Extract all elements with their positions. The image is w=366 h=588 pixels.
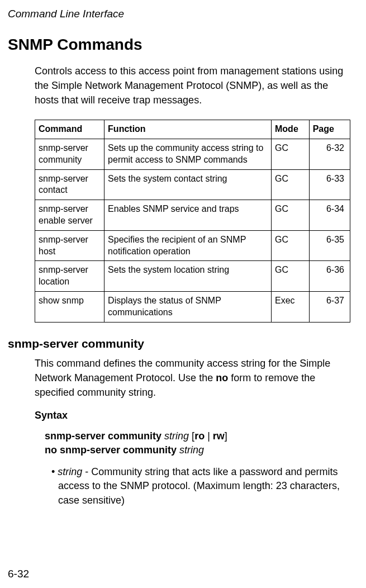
cell-page: 6-34 bbox=[309, 200, 350, 231]
table-header-row: Command Function Mode Page bbox=[35, 120, 350, 139]
cell-function: Sets the system contact string bbox=[104, 169, 272, 200]
cell-mode: GC bbox=[272, 169, 310, 200]
bullet-rest: - Community string that acts like a pass… bbox=[58, 466, 340, 505]
syntax-block: snmp-server community string [ro | rw] n… bbox=[45, 429, 350, 457]
cell-mode: GC bbox=[272, 139, 310, 170]
syntax-no-cmd: no snmp-server community bbox=[45, 444, 179, 456]
commands-table: Command Function Mode Page snmp-server c… bbox=[35, 120, 350, 322]
th-page: Page bbox=[309, 120, 350, 139]
cell-function: Specifies the recipient of an SNMP notif… bbox=[104, 230, 272, 261]
th-mode: Mode bbox=[272, 120, 310, 139]
main-title: SNMP Commands bbox=[8, 36, 350, 54]
syntax-arg-string: string bbox=[164, 430, 189, 442]
syntax-line-1: snmp-server community string [ro | rw] bbox=[45, 429, 350, 443]
cell-page: 6-32 bbox=[309, 139, 350, 170]
table-row: snmp-server community Sets up the commun… bbox=[35, 139, 350, 170]
table-row: snmp-server host Specifies the recipient… bbox=[35, 230, 350, 261]
section-description: This command defines the community acces… bbox=[35, 356, 350, 400]
cell-command: snmp-server location bbox=[35, 261, 104, 292]
syntax-no-arg: string bbox=[179, 444, 204, 456]
cell-command: snmp-server community bbox=[35, 139, 104, 170]
th-command: Command bbox=[35, 120, 104, 139]
cell-command: snmp-server host bbox=[35, 230, 104, 261]
cell-page: 6-35 bbox=[309, 230, 350, 261]
syntax-line-2: no snmp-server community string bbox=[45, 443, 350, 457]
table-row: show snmp Displays the status of SNMP co… bbox=[35, 292, 350, 323]
syntax-bracket-close: ] bbox=[225, 430, 227, 442]
cell-mode: GC bbox=[272, 230, 310, 261]
cell-page: 6-37 bbox=[309, 292, 350, 323]
table-row: snmp-server contact Sets the system cont… bbox=[35, 169, 350, 200]
syntax-ro: ro bbox=[194, 430, 205, 442]
bullet-marker: • bbox=[51, 466, 55, 477]
syntax-pipe: | bbox=[205, 430, 213, 442]
cell-command: snmp-server enable server bbox=[35, 200, 104, 231]
cell-command: snmp-server contact bbox=[35, 169, 104, 200]
cell-function: Enables SNMP service and traps bbox=[104, 200, 272, 231]
cell-function: Sets the system location string bbox=[104, 261, 272, 292]
syntax-rw: rw bbox=[213, 430, 225, 442]
syntax-cmd: snmp-server community bbox=[45, 430, 164, 442]
page-header: Command Line Interface bbox=[8, 8, 350, 20]
bullet-string: • string - Community string that acts li… bbox=[51, 465, 350, 508]
intro-text: Controls access to this access point fro… bbox=[35, 64, 350, 107]
cell-function: Sets up the community access string to p… bbox=[104, 139, 272, 170]
th-function: Function bbox=[104, 120, 272, 139]
section-title: snmp-server community bbox=[8, 337, 350, 350]
cell-function: Displays the status of SNMP communicatio… bbox=[104, 292, 272, 323]
desc-bold-no: no bbox=[216, 372, 228, 383]
page-number: 6-32 bbox=[8, 568, 29, 580]
cell-mode: Exec bbox=[272, 292, 310, 323]
table-row: snmp-server location Sets the system loc… bbox=[35, 261, 350, 292]
cell-page: 6-36 bbox=[309, 261, 350, 292]
cell-mode: GC bbox=[272, 261, 310, 292]
cell-command: show snmp bbox=[35, 292, 104, 323]
cell-mode: GC bbox=[272, 200, 310, 231]
bullet-italic: string bbox=[58, 466, 82, 477]
syntax-heading: Syntax bbox=[35, 410, 350, 421]
table-row: snmp-server enable server Enables SNMP s… bbox=[35, 200, 350, 231]
cell-page: 6-33 bbox=[309, 169, 350, 200]
